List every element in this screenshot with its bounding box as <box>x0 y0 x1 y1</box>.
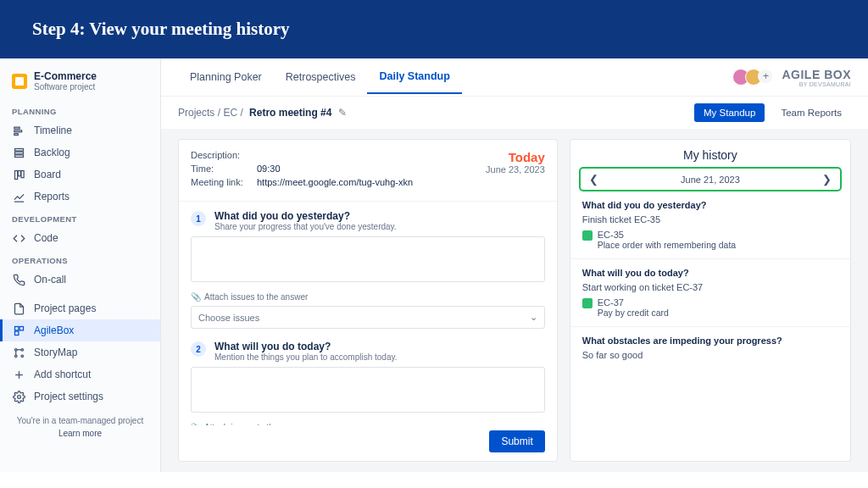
next-day-button[interactable]: ❯ <box>822 173 832 186</box>
step-banner: Step 4: View your meeting history <box>0 0 868 58</box>
crumb-ec[interactable]: EC <box>223 107 237 119</box>
svg-rect-11 <box>14 331 18 335</box>
agilebox-icon <box>12 324 25 337</box>
edit-icon[interactable]: ✎ <box>338 107 347 119</box>
project-header[interactable]: E-Commerce Software project <box>0 65 160 100</box>
ticket-ref[interactable]: EC-35Place order with remembering data <box>582 230 838 250</box>
attach-icon: 📎 <box>191 423 201 425</box>
ticket-icon <box>582 298 593 308</box>
learn-more-link[interactable]: Learn more <box>7 429 153 438</box>
gear-icon <box>12 390 25 403</box>
tab-standup[interactable]: Daily Standup <box>367 60 461 94</box>
brand-area: + AGILE BOX BY DEVSAMURAI <box>737 68 851 87</box>
brand-logo: AGILE BOX BY DEVSAMURAI <box>782 68 851 87</box>
app-shell: E-Commerce Software project PLANNING Tim… <box>0 58 868 472</box>
team-reports-button[interactable]: Team Reports <box>771 103 851 122</box>
nav-reports[interactable]: Reports <box>0 186 160 208</box>
q2-badge: 2 <box>191 341 206 357</box>
history-date: June 21, 2023 <box>681 175 740 185</box>
svg-rect-9 <box>14 326 18 330</box>
section-operations: OPERATIONS <box>0 249 160 269</box>
svg-rect-4 <box>14 152 23 154</box>
sidebar: E-Commerce Software project PLANNING Tim… <box>0 58 161 472</box>
meeting-meta: Description: Time:09:30 Meeting link:htt… <box>179 140 557 202</box>
backlog-icon <box>12 146 25 159</box>
svg-rect-2 <box>14 133 17 135</box>
project-subtitle: Software project <box>34 82 97 92</box>
avatar-group[interactable]: + <box>737 69 773 86</box>
code-icon <box>12 231 25 245</box>
project-icon <box>12 74 27 89</box>
history-date-nav: ❮ June 21, 2023 ❯ <box>579 167 842 191</box>
ticket-icon <box>582 230 593 241</box>
plus-icon <box>12 368 25 381</box>
attach-label: 📎Attach issues to the answer <box>191 292 545 302</box>
attach-icon: 📎 <box>191 292 201 302</box>
svg-point-15 <box>21 355 24 358</box>
board-icon <box>12 168 25 181</box>
nav-agilebox[interactable]: AgileBox <box>0 319 160 341</box>
svg-point-13 <box>21 348 24 351</box>
attach-label: 📎Attach issues to the answer <box>191 423 545 425</box>
add-avatar-icon[interactable]: + <box>758 69 773 84</box>
svg-rect-10 <box>19 326 23 330</box>
svg-point-12 <box>14 348 17 351</box>
nav-timeline[interactable]: Timeline <box>0 119 160 141</box>
svg-rect-6 <box>14 170 17 179</box>
reports-icon <box>12 190 25 203</box>
my-standup-button[interactable]: My Standup <box>694 103 765 122</box>
nav-settings[interactable]: Project settings <box>0 385 160 408</box>
history-card: My history ❮ June 21, 2023 ❯ What did yo… <box>570 139 851 462</box>
sidebar-footer: You're in a team-managed project Learn m… <box>0 408 160 446</box>
svg-point-20 <box>17 395 20 398</box>
standup-card: Description: Time:09:30 Meeting link:htt… <box>178 139 558 462</box>
tab-retro[interactable]: Retrospectives <box>274 61 368 93</box>
project-name: E-Commerce <box>34 70 97 82</box>
oncall-icon <box>12 273 25 286</box>
svg-point-14 <box>14 355 17 358</box>
breadcrumb: Projects / EC / Retro meeting #4 ✎ My St… <box>161 96 868 129</box>
questions: 1 What did you do yesterday? Share your … <box>179 202 557 425</box>
svg-rect-0 <box>14 127 19 129</box>
tab-poker[interactable]: Planning Poker <box>178 61 274 93</box>
nav-oncall[interactable]: On-call <box>0 269 160 291</box>
storymap-icon <box>12 346 25 359</box>
question-1: 1 What did you do yesterday? Share your … <box>191 210 545 329</box>
q1-textarea[interactable] <box>191 236 545 282</box>
question-2: 2 What will you do today? Mention the th… <box>191 341 545 425</box>
history-title: My history <box>570 140 850 167</box>
q1-issue-select[interactable]: Choose issues⌄ <box>191 306 545 329</box>
nav-backlog[interactable]: Backlog <box>0 141 160 164</box>
ticket-ref[interactable]: EC-37Pay by credit card <box>582 297 838 318</box>
today-label: Today <box>486 150 545 164</box>
svg-rect-3 <box>14 148 23 151</box>
crumb-projects[interactable]: Projects <box>178 107 214 119</box>
history-body: What did you do yesterday? Finish ticket… <box>570 200 850 365</box>
timeline-icon <box>12 124 25 137</box>
q2-textarea[interactable] <box>191 367 545 413</box>
pages-icon <box>12 302 25 315</box>
nav-pages[interactable]: Project pages <box>0 297 160 319</box>
page-title: Retro meeting #4 <box>249 107 331 119</box>
svg-rect-5 <box>14 155 23 158</box>
topbar: Planning Poker Retrospectives Daily Stan… <box>161 58 868 96</box>
nav-board[interactable]: Board <box>0 164 160 186</box>
section-development: DEVELOPMENT <box>0 208 160 227</box>
submit-button[interactable]: Submit <box>489 430 544 452</box>
section-planning: PLANNING <box>0 100 160 119</box>
prev-day-button[interactable]: ❮ <box>589 173 598 186</box>
q1-badge: 1 <box>191 211 206 226</box>
nav-shortcut[interactable]: Add shortcut <box>0 363 160 385</box>
content: Description: Time:09:30 Meeting link:htt… <box>161 129 868 472</box>
svg-rect-7 <box>18 170 20 175</box>
svg-rect-1 <box>14 130 21 131</box>
today-date: June 23, 2023 <box>486 164 545 175</box>
nav-code[interactable]: Code <box>0 227 160 249</box>
nav-storymap[interactable]: StoryMap <box>0 341 160 363</box>
svg-rect-8 <box>21 170 24 177</box>
chevron-down-icon: ⌄ <box>530 312 537 323</box>
main: Planning Poker Retrospectives Daily Stan… <box>161 58 868 472</box>
